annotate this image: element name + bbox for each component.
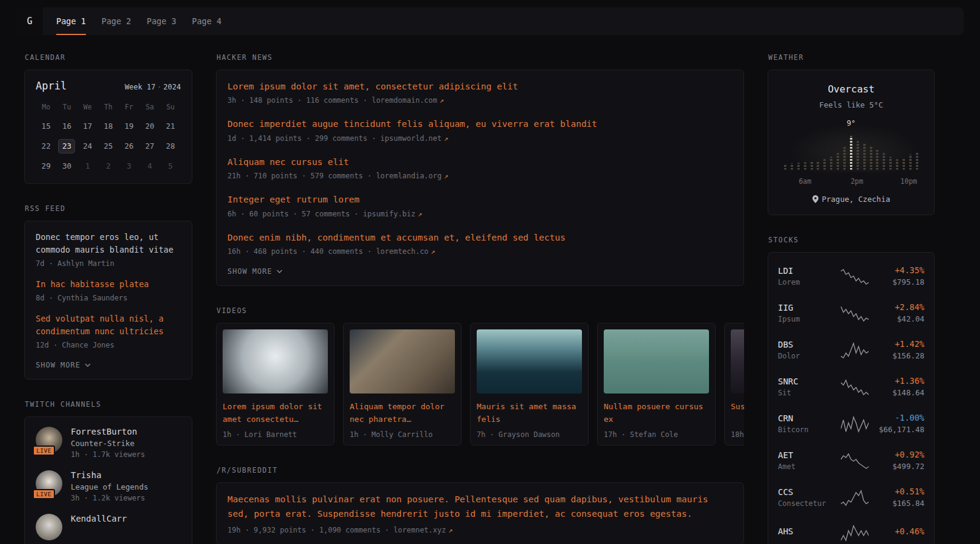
rss-show-more-button[interactable]: SHOW MORE [36, 361, 91, 369]
twitch-channel[interactable]: LIVE ForrestBurton Counter-Strike 1h · 1… [36, 427, 181, 459]
channel-info: KendallCarr [71, 514, 127, 523]
weather-location-row: Prague, Czechia [779, 195, 923, 204]
calendar-widget: CALENDAR April Week 17·2024 Mo Tu We Th … [24, 53, 192, 184]
hn-item: Aliquam nec cursus elit 21h · 710 points… [227, 155, 733, 180]
stock-name: Bitcorn [778, 426, 834, 434]
video-thumbnail [350, 329, 455, 393]
twitch-channel[interactable]: LIVE Trisha League of Legends 3h · 1.2k … [36, 470, 181, 502]
stock-change: +0.92% [876, 450, 924, 459]
hacker-news-card: Lorem ipsum dolor sit amet, consectetur … [216, 70, 744, 286]
stock-change: -1.00% [876, 413, 924, 423]
video-card[interactable]: Nullam posuere cursus ex 17h · Stefan Co… [597, 323, 716, 445]
rss-item-title[interactable]: Donec tempor eros leo, ut commodo mauris… [36, 231, 181, 256]
calendar-day: 5 [162, 159, 179, 173]
hn-item: Integer eget rutrum lorem 6h · 60 points… [227, 193, 733, 218]
weather-widget-title: WEATHER [768, 53, 935, 62]
tab-page-3[interactable]: Page 3 [147, 7, 177, 35]
weather-feels-like: Feels like 5°C [779, 100, 923, 109]
video-title: Suspendisse diam [731, 401, 744, 426]
live-badge: LIVE [33, 489, 55, 499]
external-link-icon[interactable]: ↗ [448, 526, 452, 534]
calendar-day: 25 [100, 139, 117, 154]
calendar-card: April Week 17·2024 Mo Tu We Th Fr Sa Su … [24, 70, 192, 184]
calendar-day: 20 [142, 119, 158, 134]
channel-name[interactable]: ForrestBurton [71, 427, 145, 436]
calendar-day-header: Su [160, 100, 181, 114]
twitch-widget-title: TWITCH CHANNELS [25, 400, 192, 409]
stock-price: $66,171.48 [876, 425, 924, 434]
separator-dot: · [157, 83, 162, 91]
stocks-card: LDI Lorem +4.35% $795.18 IIG Ipsum [768, 252, 935, 544]
rss-item-meta: 8d · Cynthia Saunders [36, 294, 181, 302]
external-link-icon[interactable]: ↗ [440, 96, 444, 105]
video-card[interactable]: Aliquam tempor dolor nec pharetra… 1h · … [343, 323, 462, 445]
show-more-label: SHOW MORE [36, 361, 80, 369]
stock-values: +2.84% $42.04 [876, 302, 924, 323]
rss-item-title[interactable]: In hac habitasse platea [36, 278, 181, 291]
calendar-day: 30 [58, 159, 75, 173]
channel-name[interactable]: KendallCarr [71, 514, 127, 523]
stock-id: SNRC Sit [778, 377, 834, 397]
rss-item-title[interactable]: Sed volutpat nulla nisl, a condimentum n… [36, 312, 181, 338]
weather-condition: Overcast [779, 83, 923, 95]
weather-time-axis: 6am 2pm 10pm [779, 177, 923, 186]
calendar-day: 17 [79, 119, 96, 134]
stock-price: $165.84 [876, 499, 924, 508]
subreddit-widget: /R/SUBREDDIT Maecenas mollis pulvinar er… [216, 466, 744, 544]
stock-name: Lorem [778, 278, 834, 287]
hn-item-title[interactable]: Donec enim nibh, condimentum et accumsan… [227, 231, 733, 244]
hn-show-more-button[interactable]: SHOW MORE [227, 267, 283, 276]
location-pin-icon [812, 195, 818, 203]
tab-page-1[interactable]: Page 1 [56, 7, 86, 35]
hn-item-meta: 1d · 1,414 points · 299 comments · ipsum… [227, 134, 733, 143]
middle-column: HACKER NEWS Lorem ipsum dolor sit amet, … [216, 53, 744, 544]
hn-item-title[interactable]: Integer eget rutrum lorem [227, 193, 733, 206]
video-meta: 1h · Lori Barnett [223, 430, 328, 439]
stock-change: +4.35% [876, 265, 924, 275]
hn-item-meta: 16h · 468 points · 440 comments · loremt… [227, 247, 733, 256]
channel-name[interactable]: Trisha [71, 470, 148, 480]
video-title: Aliquam tempor dolor nec pharetra… [350, 401, 455, 426]
stock-change: +1.36% [876, 376, 924, 386]
channel-avatar [36, 514, 62, 540]
hn-item-title[interactable]: Donec imperdiet augue tincidunt felis al… [227, 117, 733, 131]
stock-id: DBS Dolor [778, 340, 834, 360]
tab-page-2[interactable]: Page 2 [102, 7, 131, 35]
external-link-icon[interactable]: ↗ [418, 210, 422, 218]
stocks-widget-title: STOCKS [768, 236, 935, 244]
stock-symbol: CCS [778, 487, 834, 497]
stock-price: $42.04 [876, 314, 924, 323]
stock-sparkline [841, 341, 869, 359]
calendar-day: 29 [38, 159, 54, 173]
rss-item: Sed volutpat nulla nisl, a condimentum n… [36, 312, 181, 349]
calendar-day-header: We [77, 100, 98, 114]
stock-change: +0.51% [876, 487, 924, 496]
external-link-icon[interactable]: ↗ [444, 172, 448, 180]
hn-item-meta-text: 1d · 1,414 points · 299 comments · ipsum… [227, 134, 442, 143]
calendar-day: 16 [58, 119, 75, 134]
subreddit-post-title[interactable]: Maecenas mollis pulvinar erat non posuer… [227, 493, 733, 520]
stock-row: DBS Dolor +1.42% $156.28 [778, 331, 924, 368]
external-link-icon[interactable]: ↗ [444, 134, 448, 143]
calendar-day-header: Th [98, 100, 119, 114]
external-link-icon[interactable]: ↗ [431, 247, 435, 256]
twitch-channel[interactable]: KendallCarr [36, 514, 181, 540]
video-card[interactable]: Mauris sit amet massa felis 7h · Grayson… [470, 323, 589, 445]
hn-item-title[interactable]: Lorem ipsum dolor sit amet, consectetur … [227, 80, 733, 93]
calendar-day: 15 [38, 119, 54, 134]
stock-values: +1.42% $156.28 [876, 339, 924, 360]
video-card[interactable]: Lorem ipsum dolor sit amet consectetu… 1… [216, 323, 335, 445]
video-card[interactable]: Suspendisse diam 18h · Tara [724, 323, 744, 445]
hn-item: Lorem ipsum dolor sit amet, consectetur … [227, 80, 733, 105]
weather-widget: WEATHER Overcast Feels like 5°C 9° 6am 2… [768, 53, 935, 215]
app-logo[interactable]: G [16, 7, 43, 35]
stock-values: -1.00% $66,171.48 [876, 413, 924, 434]
stock-symbol: AHS [778, 526, 834, 536]
hn-item-title[interactable]: Aliquam nec cursus elit [227, 155, 733, 169]
stock-id: CRN Bitcorn [778, 413, 834, 434]
stock-row: LDI Lorem +4.35% $795.18 [778, 257, 924, 294]
stock-row: AHS +0.46% [778, 516, 924, 544]
subreddit-post-meta: 19h · 9,932 points · 1,090 comments · lo… [227, 526, 733, 534]
tab-page-4[interactable]: Page 4 [192, 7, 221, 35]
stock-symbol: AET [778, 450, 834, 460]
